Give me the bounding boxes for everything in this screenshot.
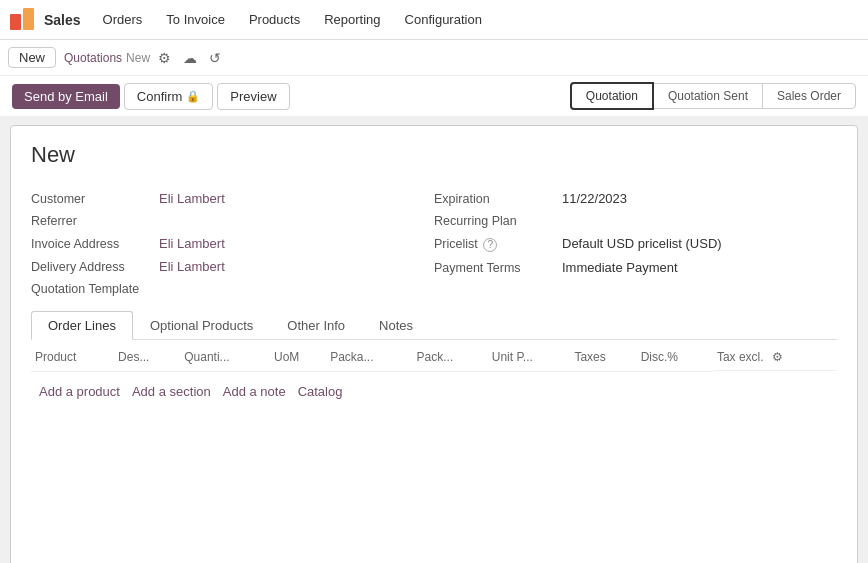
tabs-section: Order Lines Optional Products Other Info… [11,299,857,340]
col-description: Des... [114,344,180,371]
add-links-row: Add a product Add a section Add a note C… [31,371,837,411]
col-product: Product [31,344,114,371]
order-lines-table: Product Des... Quanti... UoM Packa... Pa… [31,344,837,411]
col-uom: UoM [270,344,326,371]
delivery-address-label: Delivery Address [31,260,151,274]
customer-label: Customer [31,192,151,206]
col-taxes: Taxes [570,344,636,371]
field-customer: Customer Eli Lambert [31,188,434,209]
referrer-label: Referrer [31,214,151,228]
delivery-address-value[interactable]: Eli Lambert [159,259,225,274]
form-header: New [11,126,857,188]
app-title[interactable]: Sales [44,12,81,28]
invoice-address-value[interactable]: Eli Lambert [159,236,225,251]
col-package1: Packa... [326,344,412,371]
top-navigation: Sales Orders To Invoice Products Reporti… [0,0,868,40]
preview-button[interactable]: Preview [217,83,289,110]
nav-to-invoice[interactable]: To Invoice [156,0,235,40]
col-package2: Pack... [413,344,488,371]
field-quotation-template: Quotation Template [31,279,434,299]
invoice-address-label: Invoice Address [31,237,151,251]
lock-icon: 🔒 [186,90,200,103]
field-delivery-address: Delivery Address Eli Lambert [31,256,434,277]
form-fields: Customer Eli Lambert Referrer Invoice Ad… [11,188,857,299]
expiration-value[interactable]: 11/22/2023 [562,191,627,206]
pricelist-value[interactable]: Default USD pricelist (USD) [562,236,722,251]
col-unit-price: Unit P... [488,344,571,371]
tab-order-lines[interactable]: Order Lines [31,311,133,340]
refresh-icon[interactable]: ↺ [205,48,225,68]
field-expiration: Expiration 11/22/2023 [434,188,837,209]
app-icon [8,6,36,34]
field-payment-terms: Payment Terms Immediate Payment [434,257,837,278]
send-email-button[interactable]: Send by Email [12,84,120,109]
field-pricelist: Pricelist ? Default USD pricelist (USD) [434,233,837,255]
form-left-column: Customer Eli Lambert Referrer Invoice Ad… [31,188,434,299]
svg-rect-0 [10,14,21,30]
nav-products[interactable]: Products [239,0,310,40]
status-sales-order[interactable]: Sales Order [762,83,856,109]
svg-rect-1 [23,8,34,30]
quotation-template-label: Quotation Template [31,282,151,296]
col-settings-icon[interactable]: ⚙ [772,350,783,364]
field-referrer: Referrer [31,211,434,231]
add-product-link[interactable]: Add a product [39,384,120,399]
action-bar: Send by Email Confirm 🔒 Preview Quotatio… [0,76,868,117]
nav-reporting[interactable]: Reporting [314,0,390,40]
settings-icon[interactable]: ⚙ [154,48,175,68]
cloud-icon[interactable]: ☁ [179,48,201,68]
status-quotation-sent[interactable]: Quotation Sent [653,83,763,109]
nav-configuration[interactable]: Configuration [395,0,492,40]
tab-other-info[interactable]: Other Info [270,311,362,340]
pricelist-label: Pricelist ? [434,237,554,252]
status-quotation[interactable]: Quotation [570,82,654,110]
confirm-button[interactable]: Confirm 🔒 [124,83,214,110]
tab-optional-products[interactable]: Optional Products [133,311,270,340]
add-section-link[interactable]: Add a section [132,384,211,399]
recurring-plan-label: Recurring Plan [434,214,554,228]
customer-value[interactable]: Eli Lambert [159,191,225,206]
col-tax-excl: Tax excl. ⚙ [713,344,837,371]
col-discount: Disc.% [637,344,713,371]
breadcrumb: Quotations New ⚙ ☁ ↺ [64,48,225,68]
pricelist-help-icon[interactable]: ? [483,238,497,252]
catalog-link[interactable]: Catalog [298,384,343,399]
breadcrumb-current: New [126,51,150,65]
tab-notes[interactable]: Notes [362,311,430,340]
field-recurring-plan: Recurring Plan [434,211,837,231]
form-title: New [31,142,837,168]
main-form: New Customer Eli Lambert Referrer Invoic… [10,125,858,563]
order-lines-table-section: Product Des... Quanti... UoM Packa... Pa… [11,344,857,411]
new-button[interactable]: New [8,47,56,68]
field-invoice-address: Invoice Address Eli Lambert [31,233,434,254]
status-bar: Quotation Quotation Sent Sales Order [571,82,856,110]
add-links: Add a product Add a section Add a note C… [35,378,833,405]
col-quantity: Quanti... [180,344,270,371]
expiration-label: Expiration [434,192,554,206]
payment-terms-value[interactable]: Immediate Payment [562,260,678,275]
payment-terms-label: Payment Terms [434,261,554,275]
breadcrumb-parent[interactable]: Quotations [64,51,122,65]
breadcrumb-bar: New Quotations New ⚙ ☁ ↺ [0,40,868,76]
add-note-link[interactable]: Add a note [223,384,286,399]
nav-orders[interactable]: Orders [93,0,153,40]
tabs: Order Lines Optional Products Other Info… [31,311,837,340]
form-right-column: Expiration 11/22/2023 Recurring Plan Pri… [434,188,837,299]
